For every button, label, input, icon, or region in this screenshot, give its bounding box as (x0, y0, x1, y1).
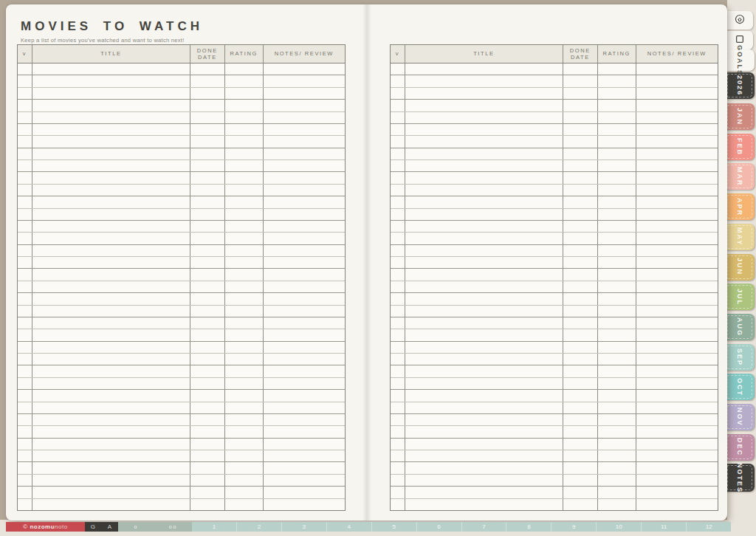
cell-notes_review[interactable] (636, 196, 718, 207)
tab-jan[interactable]: JAN (725, 103, 755, 130)
cell-check[interactable] (391, 63, 405, 75)
cell-title[interactable] (405, 124, 563, 135)
cell-title[interactable] (32, 365, 190, 377)
cell-check[interactable] (18, 100, 32, 111)
month-quicklink-2[interactable]: 2 (236, 522, 281, 532)
cell-done_date[interactable] (563, 499, 598, 510)
cell-check[interactable] (18, 209, 32, 220)
cell-notes_review[interactable] (264, 475, 345, 486)
cell-rating[interactable] (225, 402, 264, 413)
cell-rating[interactable] (598, 281, 636, 292)
cell-title[interactable] (32, 257, 190, 268)
tab-oct[interactable]: OCT (725, 374, 755, 400)
cell-check[interactable] (391, 124, 405, 135)
cell-done_date[interactable] (190, 354, 225, 365)
cell-notes_review[interactable] (636, 245, 718, 256)
cell-notes_review[interactable] (636, 293, 718, 304)
cell-title[interactable] (32, 499, 190, 510)
cell-rating[interactable] (598, 136, 636, 147)
cell-done_date[interactable] (563, 414, 598, 425)
cell-rating[interactable] (225, 281, 264, 292)
tab-feb[interactable]: FEB (725, 134, 755, 160)
cell-check[interactable] (18, 365, 32, 377)
cell-rating[interactable] (598, 172, 636, 183)
cell-check[interactable] (391, 329, 405, 340)
cell-rating[interactable] (598, 63, 636, 75)
cell-check[interactable] (391, 75, 405, 86)
cell-notes_review[interactable] (636, 475, 718, 486)
cell-rating[interactable] (598, 329, 636, 340)
cell-rating[interactable] (598, 293, 636, 304)
cell-notes_review[interactable] (636, 136, 718, 147)
cell-notes_review[interactable] (264, 112, 345, 123)
cell-title[interactable] (405, 462, 563, 473)
cell-done_date[interactable] (563, 365, 598, 377)
cell-rating[interactable] (598, 257, 636, 268)
cell-rating[interactable] (225, 136, 264, 147)
cell-done_date[interactable] (563, 281, 598, 292)
cell-notes_review[interactable] (264, 281, 345, 292)
cell-check[interactable] (391, 378, 405, 389)
cell-title[interactable] (405, 281, 563, 292)
cell-rating[interactable] (598, 196, 636, 207)
overview-quicklink-2[interactable]: o o (169, 524, 176, 529)
cell-done_date[interactable] (190, 499, 225, 510)
cell-title[interactable] (32, 75, 190, 86)
cell-rating[interactable] (598, 462, 636, 473)
cell-rating[interactable] (598, 185, 636, 196)
cell-done_date[interactable] (190, 209, 225, 220)
cell-done_date[interactable] (190, 233, 225, 244)
month-quicklink-11[interactable]: 11 (641, 522, 686, 532)
cell-check[interactable] (18, 63, 32, 75)
cell-notes_review[interactable] (264, 124, 345, 135)
cell-done_date[interactable] (190, 281, 225, 292)
cell-rating[interactable] (225, 112, 264, 123)
cell-title[interactable] (405, 245, 563, 256)
cell-notes_review[interactable] (264, 378, 345, 389)
cell-title[interactable] (405, 329, 563, 340)
cell-check[interactable] (391, 487, 405, 498)
cell-title[interactable] (32, 402, 190, 413)
cell-notes_review[interactable] (636, 354, 718, 365)
cell-notes_review[interactable] (264, 462, 345, 473)
cell-check[interactable] (18, 378, 32, 389)
cell-done_date[interactable] (190, 450, 225, 461)
cell-notes_review[interactable] (264, 414, 345, 425)
cell-check[interactable] (391, 317, 405, 329)
cell-rating[interactable] (598, 426, 636, 437)
cell-title[interactable] (405, 148, 563, 159)
cell-rating[interactable] (225, 365, 264, 377)
cell-notes_review[interactable] (264, 390, 345, 401)
cell-title[interactable] (405, 499, 563, 510)
cell-title[interactable] (32, 487, 190, 498)
cell-done_date[interactable] (563, 257, 598, 268)
cell-notes_review[interactable] (264, 329, 345, 340)
cell-check[interactable] (391, 354, 405, 365)
cell-title[interactable] (32, 221, 190, 232)
cell-check[interactable] (18, 426, 32, 437)
cell-notes_review[interactable] (636, 317, 718, 329)
cell-title[interactable] (405, 487, 563, 498)
cell-done_date[interactable] (190, 245, 225, 256)
cell-check[interactable] (391, 160, 405, 171)
cell-rating[interactable] (225, 475, 264, 486)
tab-apr[interactable]: APR (725, 193, 755, 220)
cell-rating[interactable] (598, 148, 636, 159)
cell-title[interactable] (32, 306, 190, 317)
cell-rating[interactable] (225, 196, 264, 207)
cell-rating[interactable] (598, 221, 636, 232)
cell-notes_review[interactable] (264, 487, 345, 498)
cell-title[interactable] (32, 439, 190, 450)
cell-title[interactable] (32, 160, 190, 171)
cell-done_date[interactable] (563, 100, 598, 111)
month-quicklink-3[interactable]: 3 (281, 522, 326, 532)
cell-check[interactable] (18, 390, 32, 401)
cell-done_date[interactable] (563, 317, 598, 329)
cell-done_date[interactable] (190, 196, 225, 207)
cell-notes_review[interactable] (636, 450, 718, 461)
cell-done_date[interactable] (563, 269, 598, 280)
cell-check[interactable] (391, 426, 405, 437)
cell-title[interactable] (32, 233, 190, 244)
cell-title[interactable] (32, 354, 190, 365)
cell-title[interactable] (405, 354, 563, 365)
